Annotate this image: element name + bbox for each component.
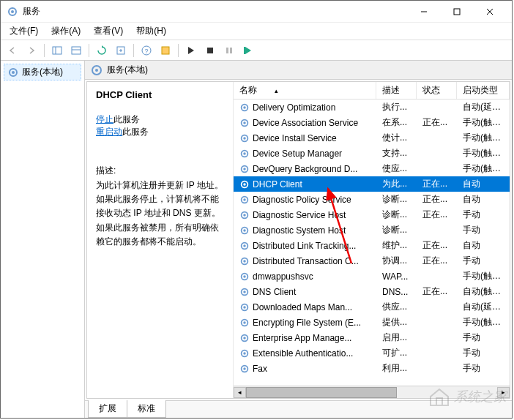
content-header: 服务(本地) [85,61,512,80]
menu-view[interactable]: 查看(V) [88,23,129,39]
service-start-cell: 自动(延迟... [457,101,510,113]
col-desc[interactable]: 描述 [376,82,417,99]
service-start-cell: 自动 [457,193,510,206]
service-name-cell: Diagnostic Policy Service [234,195,376,205]
view-panel1-button[interactable] [48,42,66,59]
service-row[interactable]: Downloaded Maps Man...供应...自动(延迟... [234,299,510,315]
service-row[interactable]: DevQuery Background D...使应...手动(触发... [234,161,510,176]
service-row[interactable]: DHCP Client为此...正在...自动 [234,176,510,192]
col-name[interactable]: 名称▴ [234,82,376,99]
tree-node-services-local[interactable]: 服务(本地) [4,64,81,80]
restart-service-button[interactable] [239,42,257,59]
scroll-right-arrow[interactable]: ▸ [497,387,510,398]
properties-button[interactable] [157,42,174,59]
col-status[interactable]: 状态 [417,82,457,99]
service-row[interactable]: DNS ClientDNS...正在...自动(触发... [234,284,510,299]
service-row[interactable]: Fax利用...手动 [234,361,510,376]
scroll-thumb[interactable] [246,387,397,398]
menu-action[interactable]: 操作(A) [45,23,86,39]
svg-point-39 [243,229,246,232]
refresh-button[interactable] [93,42,111,59]
services-list: 名称▴ 描述 状态 启动类型 Delivery Optimization执行..… [234,82,510,398]
tree-pane: 服务(本地) [1,61,85,418]
service-row[interactable]: Encrypting File System (E...提供...手动(触发..… [234,315,510,330]
service-start-cell: 手动(触发... [457,132,510,144]
service-start-cell: 手动 [457,331,510,344]
list-header: 名称▴ 描述 状态 启动类型 [234,82,510,100]
stop-service-link[interactable]: 停止 [96,114,113,124]
svg-rect-13 [162,47,169,54]
service-start-cell: 手动(触发... [457,162,510,175]
list-rows[interactable]: Delivery Optimization执行...自动(延迟...Device… [234,100,510,386]
sort-indicator: ▴ [275,87,278,94]
stop-suffix: 此服务 [113,114,140,124]
service-row[interactable]: Device Association Service在系...正在...手动(触… [234,115,510,130]
service-status-cell: 正在... [417,209,457,221]
service-desc-cell: 在系... [376,116,417,129]
help-button[interactable]: ? [138,42,155,59]
service-row[interactable]: Device Install Service使计...手动(触发... [234,130,510,146]
gear-icon [91,64,103,76]
start-service-button[interactable] [182,42,200,59]
service-desc-cell: 使应... [376,162,417,175]
maximize-button[interactable] [440,1,473,22]
service-start-cell: 手动 [457,362,510,375]
service-row[interactable]: Diagnostic Policy Service诊断...正在...自动 [234,192,510,207]
gear-icon [239,256,250,266]
toolbar: ? [1,40,512,61]
gear-icon [239,333,250,343]
svg-point-33 [243,183,246,186]
service-desc-cell: 诊断... [376,209,417,221]
svg-point-19 [12,71,15,74]
export-button[interactable] [112,42,130,59]
titlebar: 服务 [1,1,512,23]
service-row[interactable]: Delivery Optimization执行...自动(延迟... [234,100,510,115]
pause-service-button [220,42,238,59]
service-status-cell: 正在... [417,193,457,206]
close-button[interactable] [473,1,506,22]
gear-icon [239,364,250,374]
gear-icon [7,67,19,78]
detail-pane: DHCP Client 停止此服务 重启动此服务 描述: 为此计算机注册并更新 … [87,82,234,398]
service-desc-cell: 诊断... [376,224,417,236]
service-row[interactable]: Diagnostic System Host诊断...手动 [234,222,510,238]
service-row[interactable]: dmwappushsvcWAP...手动(触发... [234,269,510,284]
service-start-cell: 手动(触发... [457,270,510,282]
minimize-button[interactable] [407,1,440,22]
service-name-cell: Diagnostic Service Host [234,210,376,220]
service-row[interactable]: Extensible Authenticatio...可扩...手动 [234,345,510,361]
service-row[interactable]: Diagnostic Service Host诊断...正在...手动 [234,207,510,222]
stop-service-button[interactable] [201,42,219,59]
service-name-cell: Distributed Link Tracking... [234,241,376,251]
gear-icon [239,118,250,128]
scroll-left-arrow[interactable]: ◂ [234,387,246,398]
service-desc-cell: WAP... [376,271,417,282]
svg-point-41 [243,244,246,247]
col-start[interactable]: 启动类型 [457,82,510,99]
view-panel2-button[interactable] [67,42,85,59]
tab-extended[interactable]: 扩展 [88,400,127,418]
tree-node-label: 服务(本地) [22,66,63,78]
svg-rect-8 [72,47,81,54]
menu-help[interactable]: 帮助(H) [130,23,172,39]
gear-icon [239,133,250,143]
svg-point-45 [243,275,246,278]
service-row[interactable]: Device Setup Manager支持...手动(触发... [234,146,510,161]
horizontal-scrollbar[interactable]: ◂ ▸ [234,386,510,398]
service-row[interactable]: Distributed Transaction C...协调...正在...手动 [234,253,510,269]
tab-standard[interactable]: 标准 [127,400,166,418]
gear-icon [239,149,250,159]
svg-rect-16 [230,48,232,53]
service-desc-cell: 维护... [376,239,417,252]
back-button [4,42,21,59]
service-start-cell: 手动(触发... [457,147,510,160]
service-row[interactable]: Enterprise App Manage...启用...手动 [234,330,510,345]
service-desc-cell: 启用... [376,331,417,344]
gear-icon [239,164,250,174]
service-row[interactable]: Distributed Link Tracking...维护...正在...自动 [234,238,510,253]
service-desc-cell: 可扩... [376,347,417,359]
restart-service-link[interactable]: 重启动 [96,127,122,137]
menu-file[interactable]: 文件(F) [4,23,44,39]
service-name-cell: Distributed Transaction C... [234,256,376,266]
service-start-cell: 自动 [457,239,510,252]
